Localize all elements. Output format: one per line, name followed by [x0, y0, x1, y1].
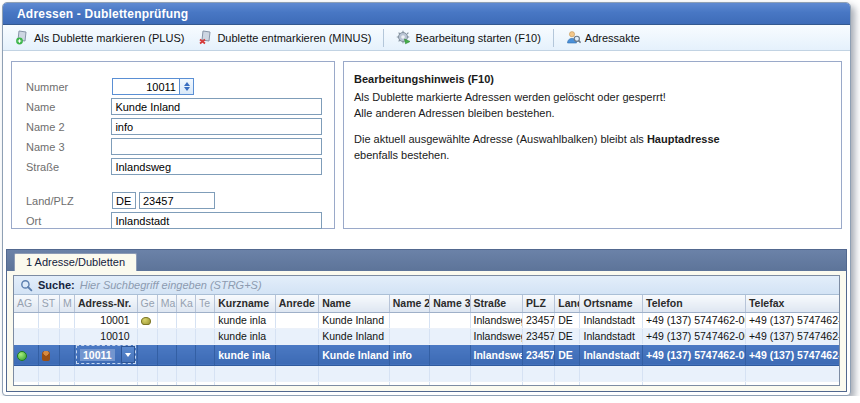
grid-column-header-name-2[interactable]: Name 2 [389, 295, 429, 312]
grid-column-header-m[interactable]: M [59, 295, 74, 312]
grid-column-header-te[interactable]: Te [196, 295, 215, 312]
grid-cell[interactable]: info [389, 344, 429, 365]
grid-cell[interactable] [38, 344, 59, 365]
mark-duplicate-button[interactable]: Als Dublette markieren (PLUS) [9, 28, 190, 47]
grid-cell[interactable]: Kunde Inland [319, 344, 390, 365]
grid-cell[interactable] [137, 365, 157, 381]
grid-column-header-ma[interactable]: Ma [157, 295, 176, 312]
grid-cell[interactable] [14, 344, 38, 365]
window-titlebar[interactable]: Adressen - Dublettenprüfung [3, 3, 850, 25]
grid-cell[interactable] [14, 312, 38, 328]
grid-cell[interactable] [14, 365, 38, 381]
grid-cell[interactable] [14, 328, 38, 344]
adressnr-edit-cell[interactable]: 10011 [76, 345, 136, 364]
grid-column-header-telefax[interactable]: Telefax [745, 295, 840, 312]
grid-cell[interactable]: Inlandstadt [580, 312, 643, 328]
adressnr-dropdown-button[interactable] [121, 346, 135, 363]
grid-cell[interactable] [14, 381, 38, 386]
adressnr-editor-value[interactable]: 10011 [80, 349, 115, 361]
grid-cell[interactable]: Inlandsweg [470, 328, 522, 344]
grid-row-selected[interactable]: 10011kunde inlaKunde InlandinfoInlandswe… [14, 344, 840, 365]
grid-cell[interactable]: +49 (137) 5747462-00 [643, 312, 746, 328]
grid-cell[interactable] [430, 312, 470, 328]
grid-column-header-anrede[interactable]: Anrede [275, 295, 318, 312]
grid-cell[interactable] [157, 381, 176, 386]
address-file-button[interactable]: Adressakte [560, 28, 646, 47]
grid-cell[interactable] [157, 365, 176, 381]
grid-cell[interactable] [319, 381, 390, 386]
grid-cell[interactable] [59, 365, 74, 381]
grid-cell[interactable] [38, 381, 59, 386]
unmark-duplicate-button[interactable]: Dublette entmarkieren (MINUS) [192, 28, 377, 47]
grid-row-empty[interactable] [14, 365, 840, 381]
grid-cell[interactable]: DE [555, 312, 580, 328]
grid-cell[interactable]: Inlandsweg [470, 344, 522, 365]
grid-cell[interactable] [275, 381, 318, 386]
grid-cell[interactable]: 23457 [522, 344, 554, 365]
grid-cell[interactable] [555, 381, 580, 386]
grid-cell[interactable]: Inlandstadt [580, 344, 643, 365]
grid-cell[interactable]: +49 (137) 5747462-00 [643, 328, 746, 344]
spinner-down-icon[interactable] [184, 87, 190, 91]
grid-cell[interactable] [215, 381, 276, 386]
grid-cell[interactable]: +49 (137) 5747462-99 [745, 312, 840, 328]
grid-column-header-ge[interactable]: Ge [137, 295, 157, 312]
grid-cell[interactable] [137, 381, 157, 386]
grid-column-header-ag[interactable]: AG [14, 295, 38, 312]
grid-cell[interactable] [59, 328, 74, 344]
grid-cell[interactable] [176, 365, 195, 381]
grid-row[interactable]: 10010kunde inlaKunde InlandInlandsweg234… [14, 328, 840, 344]
grid-row[interactable]: 10001kunde inlaKunde InlandInlandsweg234… [14, 312, 840, 328]
start-editing-button[interactable]: Bearbeitung starten (F10) [390, 28, 546, 47]
nummer-spinner[interactable] [180, 78, 194, 95]
grid-cell[interactable] [38, 328, 59, 344]
grid-cell[interactable] [137, 312, 157, 328]
grid-cell[interactable] [75, 365, 138, 381]
grid-cell[interactable]: 23457 [522, 312, 554, 328]
grid-cell[interactable] [580, 381, 643, 386]
grid-cell[interactable]: kunde inla [215, 312, 276, 328]
grid-cell[interactable] [59, 344, 74, 365]
grid-cell[interactable] [176, 328, 195, 344]
grid-cell[interactable] [275, 365, 318, 381]
grid-cell[interactable] [196, 381, 215, 386]
grid-cell[interactable] [196, 365, 215, 381]
grid-cell[interactable]: 10010 [75, 328, 138, 344]
grid-cell[interactable] [555, 365, 580, 381]
grid-cell[interactable] [75, 381, 138, 386]
grid-cell[interactable] [430, 344, 470, 365]
grid-cell[interactable] [319, 365, 390, 381]
grid-column-header-adress-nr-[interactable]: Adress-Nr. [75, 295, 138, 312]
grid-cell[interactable]: kunde inla [215, 328, 276, 344]
nummer-input[interactable] [112, 78, 180, 95]
grid-cell[interactable] [522, 381, 554, 386]
plz-input[interactable] [139, 192, 215, 209]
grid-cell[interactable] [215, 365, 276, 381]
grid-column-header-plz[interactable]: PLZ [522, 295, 554, 312]
grid-cell[interactable]: DE [555, 328, 580, 344]
ort-input[interactable] [111, 212, 322, 229]
grid-cell[interactable] [157, 312, 176, 328]
grid-cell[interactable] [430, 328, 470, 344]
grid-cell[interactable] [275, 344, 318, 365]
grid-cell[interactable]: Inlandsweg [470, 312, 522, 328]
grid-cell[interactable] [59, 381, 74, 386]
grid-cell[interactable] [176, 344, 195, 365]
grid-cell[interactable]: Kunde Inland [319, 312, 390, 328]
grid-cell[interactable]: 10011 [75, 344, 138, 365]
grid-cell[interactable] [59, 312, 74, 328]
grid-cell[interactable] [745, 381, 840, 386]
grid-cell[interactable] [275, 328, 318, 344]
grid-cell[interactable] [745, 365, 840, 381]
grid-cell[interactable] [389, 312, 429, 328]
grid-cell[interactable] [196, 328, 215, 344]
tab-adresse-dubletten[interactable]: 1 Adresse/Dubletten [14, 253, 137, 271]
grid-cell[interactable] [157, 328, 176, 344]
grid-cell[interactable] [430, 365, 470, 381]
grid-column-header-name-3[interactable]: Name 3 [430, 295, 470, 312]
land-input[interactable] [112, 192, 136, 209]
grid-cell[interactable] [157, 344, 176, 365]
grid-cell[interactable] [176, 381, 195, 386]
name3-input[interactable] [111, 138, 322, 155]
grid-column-header-telefon[interactable]: Telefon [643, 295, 746, 312]
